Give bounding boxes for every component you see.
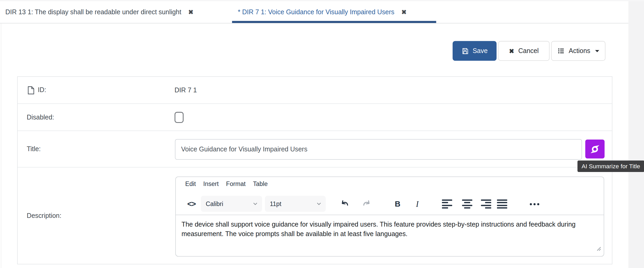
tab-dir-7-1-active[interactable]: * DIR 7 1: Voice Guidance for Visually I… <box>238 1 406 23</box>
resize-handle-icon[interactable] <box>596 246 601 253</box>
id-row: ID: DIR 7 1 <box>18 77 612 104</box>
save-button[interactable]: Save <box>453 41 497 61</box>
list-icon <box>557 47 565 55</box>
description-editor-content[interactable]: The device shall support voice guidance … <box>176 215 604 257</box>
content-left-border <box>1 23 1 268</box>
justify-button[interactable] <box>497 199 509 208</box>
id-label: ID: <box>38 87 46 94</box>
close-icon: ✖ <box>509 48 514 54</box>
disabled-checkbox[interactable] <box>174 112 183 123</box>
editor-header: Edit Insert Format Table <> Calibri <box>176 177 604 215</box>
font-size-value: 11pt <box>270 200 281 207</box>
tab-label: * DIR 7 1: Voice Guidance for Visually I… <box>238 8 394 16</box>
tab-bar: DIR 13 1: The display shall be readable … <box>0 0 628 23</box>
italic-button[interactable]: I <box>411 197 423 211</box>
align-center-button[interactable] <box>461 199 473 208</box>
floppy-disk-icon <box>462 47 468 54</box>
more-icon[interactable] <box>527 200 541 208</box>
document-icon <box>27 86 34 94</box>
ai-summarize-icon <box>589 143 600 155</box>
bold-button[interactable]: B <box>392 197 404 211</box>
screen: DIR 13 1: The display shall be readable … <box>0 0 644 268</box>
id-value: DIR 7 1 <box>174 87 197 94</box>
source-code-button[interactable]: <> <box>184 196 199 212</box>
disabled-row: Disabled: <box>18 104 612 131</box>
description-row: Description: Edit Insert Format Table <>… <box>18 167 612 264</box>
page-gutter <box>628 0 644 268</box>
disabled-label: Disabled: <box>27 113 54 121</box>
tab-label: DIR 13 1: The display shall be readable … <box>5 8 181 16</box>
close-icon[interactable]: ✖ <box>188 9 193 15</box>
font-family-select[interactable]: Calibri <box>201 196 262 212</box>
top-border <box>0 0 644 1</box>
title-label: Title: <box>27 145 41 153</box>
menu-format[interactable]: Format <box>222 179 249 188</box>
redo-button[interactable] <box>361 198 372 210</box>
ai-summarize-button[interactable] <box>585 140 604 159</box>
tab-dir-13-1[interactable]: DIR 13 1: The display shall be readable … <box>5 1 193 23</box>
editor-menubar: Edit Insert Format Table <box>182 177 271 190</box>
close-icon[interactable]: ✖ <box>401 9 407 15</box>
chevron-down-icon <box>316 201 321 206</box>
cancel-button[interactable]: ✖ Cancel <box>498 41 550 61</box>
ai-tooltip: AI Summarize for Title <box>577 160 644 172</box>
description-label: Description: <box>27 212 61 219</box>
font-family-value: Calibri <box>206 200 223 207</box>
active-tab-indicator <box>232 21 436 23</box>
font-size-select[interactable]: 11pt <box>265 196 326 212</box>
menu-insert[interactable]: Insert <box>200 179 222 188</box>
save-label: Save <box>473 47 488 55</box>
cancel-label: Cancel <box>518 47 539 55</box>
title-row: Title: <box>18 131 612 167</box>
title-input[interactable] <box>175 139 582 160</box>
align-right-button[interactable] <box>480 199 491 208</box>
actions-dropdown-button[interactable]: Actions <box>551 41 605 61</box>
chevron-down-icon <box>253 201 258 206</box>
actions-label: Actions <box>569 47 590 55</box>
menu-edit[interactable]: Edit <box>182 179 200 188</box>
rich-text-editor: Edit Insert Format Table <> Calibri <box>175 176 604 256</box>
menu-table[interactable]: Table <box>249 179 271 188</box>
align-left-button[interactable] <box>442 199 453 208</box>
chevron-down-icon <box>595 50 599 52</box>
requirement-form: ID: DIR 7 1 Disabled: Title: <box>17 76 612 264</box>
undo-button[interactable] <box>339 198 351 210</box>
